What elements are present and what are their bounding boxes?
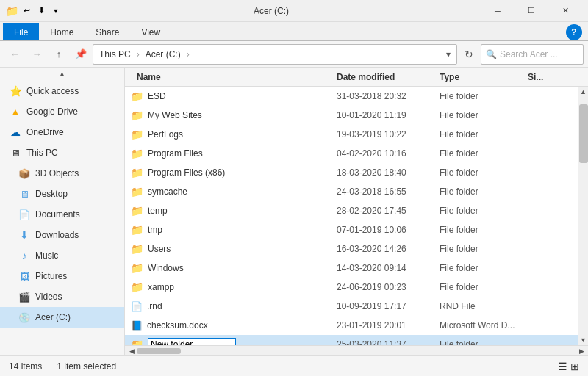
tab-share[interactable]: Share <box>85 23 130 40</box>
view-details-icon[interactable]: ☰ <box>558 361 567 372</box>
table-row[interactable]: 📁tmp 07-01-2019 10:06 File folder <box>125 220 578 239</box>
file-name: temp <box>148 206 168 216</box>
col-header-size[interactable]: Si... <box>528 72 582 82</box>
refresh-button[interactable]: ↻ <box>459 44 479 65</box>
file-cell-name: 📁temp <box>131 205 337 217</box>
table-row[interactable]: 📁ESD 31-03-2018 20:32 File folder <box>125 87 578 106</box>
h-scroll-left-button[interactable]: ◀ <box>126 346 137 356</box>
table-row[interactable]: 📁Program Files (x86) 18-03-2020 18:40 Fi… <box>125 163 578 182</box>
table-row[interactable]: 📁Windows 14-03-2020 09:14 File folder <box>125 258 578 278</box>
sidebar-item-music[interactable]: ♪ Music <box>0 245 124 266</box>
sidebar-item-quick-access[interactable]: ⭐ Quick access <box>0 81 124 101</box>
undo-icon[interactable]: ↩ <box>21 5 32 17</box>
file-cell-name: 📁symcache <box>131 186 337 198</box>
sidebar-item-onedrive[interactable]: ☁ OneDrive <box>0 122 124 142</box>
file-icon: 📄 <box>131 301 143 312</box>
close-button[interactable]: ✕ <box>548 0 582 22</box>
file-cell-type: File folder <box>440 263 528 273</box>
file-cell-name: 📁Users <box>131 243 337 255</box>
table-row[interactable]: 📁PerfLogs 19-03-2019 10:22 File folder <box>125 125 578 144</box>
sidebar-item-google-drive[interactable]: ▲ Google Drive <box>0 101 124 122</box>
scroll-down-button[interactable]: ▼ <box>578 335 589 345</box>
file-cell-type: Microsoft Word D... <box>440 320 528 330</box>
tab-file[interactable]: File <box>3 23 39 40</box>
sidebar-item-acer-c[interactable]: 💿 Acer (C:) <box>0 307 124 328</box>
file-name: xampp <box>148 282 174 292</box>
scroll-track <box>578 97 589 335</box>
table-row[interactable]: 📁xampp 24-06-2019 00:23 File folder <box>125 278 578 297</box>
view-tiles-icon[interactable]: ⊞ <box>570 361 579 372</box>
file-name: symcache <box>148 187 187 197</box>
rename-input[interactable] <box>148 338 236 345</box>
file-cell-type: File folder <box>440 91 528 101</box>
vertical-scrollbar[interactable]: ▲ ▼ <box>578 87 588 345</box>
tab-home[interactable]: Home <box>39 23 85 40</box>
sidebar-label-quick-access: Quick access <box>26 86 79 96</box>
pin-icon[interactable]: ⬇ <box>35 5 47 17</box>
forward-button[interactable]: → <box>26 44 47 65</box>
this-pc-icon: 🖥 <box>9 146 22 159</box>
dropdown-arrow-icon[interactable]: ▼ <box>50 5 62 17</box>
up-button[interactable]: ↑ <box>49 44 69 65</box>
file-cell-date: 23-01-2019 20:01 <box>337 320 440 330</box>
downloads-icon: ⬇ <box>18 228 31 242</box>
sidebar-scroll-up[interactable]: ▲ <box>0 68 124 79</box>
table-row[interactable]: 📁Program Files 04-02-2020 10:16 File fol… <box>125 144 578 163</box>
file-cell-type: RND File <box>440 301 528 311</box>
sidebar-item-downloads[interactable]: ⬇ Downloads <box>0 225 124 245</box>
h-scroll-right-button[interactable]: ▶ <box>576 346 587 356</box>
address-part-thispc: This PC <box>99 49 131 59</box>
file-cell-date: 14-03-2020 09:14 <box>337 263 440 273</box>
table-row[interactable]: 📁temp 28-02-2020 17:45 File folder <box>125 201 578 220</box>
table-row[interactable]: 📁Users 16-03-2020 14:26 File folder <box>125 239 578 258</box>
file-name: Windows <box>148 263 184 273</box>
help-button[interactable]: ? <box>566 24 582 40</box>
folder-icon: 📁 <box>131 224 143 236</box>
h-scroll-track <box>137 348 576 354</box>
file-cell-date: 28-02-2020 17:45 <box>337 206 440 216</box>
folder-icon: 📁 <box>131 129 143 140</box>
sidebar-label-acer-c: Acer (C:) <box>35 312 71 322</box>
file-cell-type: File folder <box>440 148 528 159</box>
sidebar-item-documents[interactable]: 📄 Documents <box>0 204 124 225</box>
minimize-button[interactable]: ─ <box>481 0 514 22</box>
sidebar-item-desktop[interactable]: 🖥 Desktop <box>0 184 124 204</box>
tab-view[interactable]: View <box>130 23 171 40</box>
file-cell-name: 📁Program Files <box>131 148 337 159</box>
scroll-up-button[interactable]: ▲ <box>578 87 589 97</box>
table-row[interactable]: 📁My Web Sites 10-01-2020 11:19 File fold… <box>125 106 578 125</box>
file-cell-name: 📁Program Files (x86) <box>131 167 337 178</box>
folder-icon: 📁 <box>131 281 143 293</box>
sidebar-label-videos: Videos <box>35 292 62 302</box>
sidebar-item-3d-objects[interactable]: 📦 3D Objects <box>0 163 124 184</box>
table-row[interactable]: 📁 25-03-2020 11:37 File folder <box>125 335 578 345</box>
address-dropdown-icon[interactable]: ▾ <box>446 49 451 59</box>
nav-bar: ← → ↑ 📌 This PC › Acer (C:) › ▾ ↻ 🔍 Sear… <box>0 41 588 68</box>
address-part-drive: Acer (C:) <box>146 49 181 59</box>
folder-icon: 📁 <box>131 186 143 198</box>
maximize-button[interactable]: ☐ <box>514 0 548 22</box>
title-bar-icons: 📁 ↩ ⬇ ▼ <box>6 5 62 17</box>
scroll-thumb[interactable] <box>579 104 588 163</box>
file-cell-date: 24-06-2019 00:23 <box>337 282 440 292</box>
col-header-date[interactable]: Date modified <box>337 72 440 82</box>
file-cell-date: 31-03-2018 20:32 <box>337 91 440 101</box>
col-header-name[interactable]: Name <box>131 72 337 82</box>
file-cell-date: 10-09-2019 17:17 <box>337 301 440 311</box>
sidebar-item-this-pc[interactable]: 🖥 This PC <box>0 142 124 163</box>
col-header-type[interactable]: Type <box>440 72 528 82</box>
ribbon-info: ? <box>566 24 582 40</box>
file-cell-name: 📘checksum.docx <box>131 320 337 331</box>
back-button[interactable]: ← <box>4 44 25 65</box>
table-row[interactable]: 📁symcache 24-03-2018 16:55 File folder <box>125 182 578 201</box>
sidebar-item-pictures[interactable]: 🖼 Pictures <box>0 266 124 286</box>
table-row[interactable]: 📘checksum.docx 23-01-2019 20:01 Microsof… <box>125 316 578 335</box>
search-bar[interactable]: 🔍 Search Acer ... <box>481 44 584 65</box>
table-row[interactable]: 📄.rnd 10-09-2019 17:17 RND File <box>125 297 578 316</box>
h-scroll-thumb[interactable] <box>137 348 181 354</box>
file-cell-type: File folder <box>440 282 528 292</box>
documents-icon: 📄 <box>18 208 31 221</box>
address-bar[interactable]: This PC › Acer (C:) › ▾ <box>93 44 457 65</box>
file-cell-date: 18-03-2020 18:40 <box>337 167 440 178</box>
sidebar-item-videos[interactable]: 🎬 Videos <box>0 286 124 307</box>
